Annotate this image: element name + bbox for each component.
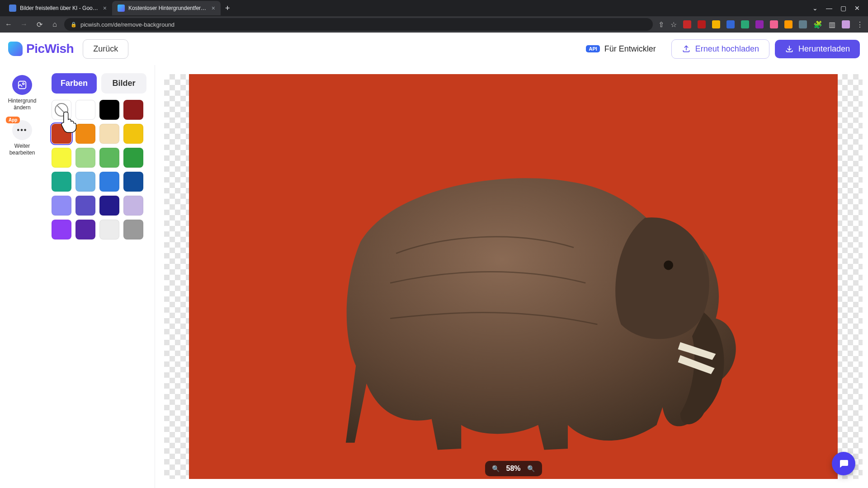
kebab-menu-icon[interactable]: ⋮ xyxy=(856,20,863,28)
svg-point-2 xyxy=(664,261,673,270)
extension-icon[interactable] xyxy=(683,20,691,28)
extension-icon[interactable] xyxy=(741,20,749,28)
rail-change-background[interactable]: Hintergrund ändern xyxy=(8,73,37,116)
color-swatch[interactable] xyxy=(123,172,143,192)
rail-more-edit[interactable]: App ••• Weiter bearbeiten xyxy=(9,118,35,161)
brand-logo[interactable]: PicWish xyxy=(8,42,74,56)
maximize-button[interactable]: ▢ xyxy=(840,5,846,12)
color-swatch[interactable] xyxy=(52,172,71,192)
profile-avatar[interactable] xyxy=(842,20,850,28)
svg-point-1 xyxy=(23,83,24,84)
extension-icon[interactable] xyxy=(799,20,807,28)
window-controls: ⌄ — ▢ ✕ xyxy=(812,5,864,12)
color-swatch[interactable] xyxy=(123,196,143,216)
panel-tabs: Farben Bilder xyxy=(52,73,146,94)
extension-icon[interactable] xyxy=(712,20,720,28)
browser-tab[interactable]: Kostenloser Hintergrundentferner × xyxy=(112,1,221,15)
share-icon[interactable]: ⇧ xyxy=(658,20,664,28)
api-badge: API xyxy=(586,45,599,52)
tab-images[interactable]: Bilder xyxy=(101,73,146,94)
color-swatch[interactable] xyxy=(52,100,71,120)
extension-icon[interactable] xyxy=(726,20,735,28)
extension-icon[interactable] xyxy=(784,20,793,28)
minimize-button[interactable]: — xyxy=(826,5,832,12)
extensions-menu-icon[interactable]: 🧩 xyxy=(813,20,822,28)
color-swatch[interactable] xyxy=(99,100,119,120)
reupload-label: Erneut hochladen xyxy=(695,44,759,54)
tab-colors[interactable]: Farben xyxy=(52,73,97,94)
tab-title: Bilder freistellen über KI - Google xyxy=(20,5,99,11)
canvas-area: 🔍 58% 🔍 xyxy=(155,65,868,488)
lock-icon: 🔒 xyxy=(71,22,77,28)
app-topbar: PicWish Zurück API Für Entwickler Erneut… xyxy=(0,33,868,65)
new-tab-button[interactable]: + xyxy=(221,4,235,13)
rail-label: Hintergrund ändern xyxy=(8,98,37,111)
download-icon xyxy=(785,44,794,53)
nav-forward-button[interactable]: → xyxy=(20,20,28,29)
color-swatch[interactable] xyxy=(99,172,119,192)
close-window-button[interactable]: ✕ xyxy=(854,5,860,12)
zoom-control: 🔍 58% 🔍 xyxy=(485,461,542,476)
canvas-checkerboard[interactable]: 🔍 58% 🔍 xyxy=(164,74,863,479)
close-icon[interactable]: × xyxy=(103,5,107,12)
download-button[interactable]: Herunterladen xyxy=(775,40,860,58)
home-button[interactable]: ⌂ xyxy=(51,20,59,29)
reload-button[interactable]: ⟳ xyxy=(35,20,43,29)
reupload-button[interactable]: Erneut hochladen xyxy=(671,39,769,59)
color-swatch[interactable] xyxy=(99,196,119,216)
color-swatch[interactable] xyxy=(99,148,119,168)
zoom-value: 58% xyxy=(506,465,520,473)
zoom-out-button[interactable]: 🔍 xyxy=(492,465,500,472)
developers-link[interactable]: API Für Entwickler xyxy=(576,40,665,58)
url-input[interactable]: 🔒 picwish.com/de/remove-background xyxy=(64,18,653,31)
more-icon: App ••• xyxy=(12,120,32,140)
color-swatch[interactable] xyxy=(99,220,119,239)
extension-icons: ⇧ ☆ 🧩 ▥ ⋮ xyxy=(658,20,863,28)
change-background-icon xyxy=(12,75,32,95)
color-swatch[interactable] xyxy=(52,124,71,144)
browser-tab[interactable]: Bilder freistellen über KI - Google × xyxy=(4,1,112,15)
color-swatch[interactable] xyxy=(52,220,71,239)
extension-icon[interactable] xyxy=(770,20,778,28)
address-bar: ← → ⟳ ⌂ 🔒 picwish.com/de/remove-backgrou… xyxy=(0,16,868,33)
upload-icon xyxy=(682,44,691,53)
subject-image xyxy=(280,147,773,455)
tool-rail: Hintergrund ändern App ••• Weiter bearbe… xyxy=(0,65,44,488)
color-swatch[interactable] xyxy=(75,148,95,168)
extension-icon[interactable] xyxy=(755,20,764,28)
color-swatch[interactable] xyxy=(123,100,143,120)
brand-name: PicWish xyxy=(26,42,74,56)
color-swatch[interactable] xyxy=(99,124,119,144)
color-swatch[interactable] xyxy=(75,100,95,120)
developers-label: Für Entwickler xyxy=(604,44,656,54)
chat-fab[interactable] xyxy=(832,452,855,475)
color-swatch[interactable] xyxy=(123,220,143,239)
back-button[interactable]: Zurück xyxy=(83,39,128,59)
favicon-icon xyxy=(9,5,16,12)
color-swatch[interactable] xyxy=(123,124,143,144)
close-icon[interactable]: × xyxy=(212,5,215,12)
tab-title: Kostenloser Hintergrundentferner xyxy=(128,5,208,11)
color-swatch[interactable] xyxy=(75,172,95,192)
color-swatch[interactable] xyxy=(52,148,71,168)
app-badge: App xyxy=(6,117,20,123)
download-label: Herunterladen xyxy=(798,44,850,54)
tab-bar: Bilder freistellen über KI - Google × Ko… xyxy=(0,0,868,16)
color-swatch[interactable] xyxy=(75,220,95,239)
chat-icon xyxy=(838,458,849,469)
chevron-down-icon[interactable]: ⌄ xyxy=(812,5,818,12)
favicon-icon xyxy=(118,5,125,12)
extension-icon[interactable] xyxy=(698,20,706,28)
background-panel: Farben Bilder xyxy=(44,65,155,488)
zoom-in-button[interactable]: 🔍 xyxy=(527,465,535,472)
color-swatch[interactable] xyxy=(52,196,71,216)
color-swatch[interactable] xyxy=(123,148,143,168)
color-swatch[interactable] xyxy=(75,196,95,216)
side-panel-icon[interactable]: ▥ xyxy=(829,20,835,28)
rail-label: Weiter bearbeiten xyxy=(9,143,35,156)
bookmark-icon[interactable]: ☆ xyxy=(670,20,677,28)
nav-back-button[interactable]: ← xyxy=(5,20,13,29)
url-text: picwish.com/de/remove-background xyxy=(80,21,175,28)
logo-icon xyxy=(8,42,23,56)
color-swatch[interactable] xyxy=(75,124,95,144)
